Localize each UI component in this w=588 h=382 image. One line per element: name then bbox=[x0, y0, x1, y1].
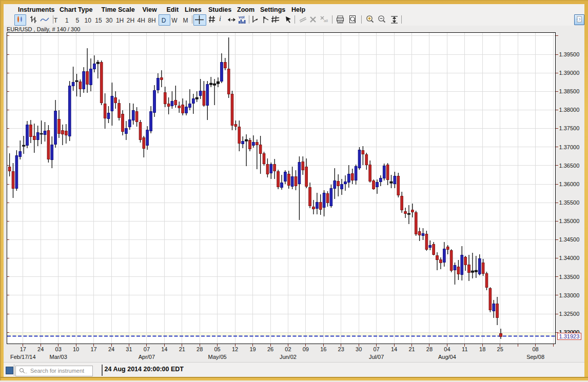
svg-text:14: 14 bbox=[161, 346, 167, 352]
svg-text:1.33500: 1.33500 bbox=[559, 274, 580, 280]
svg-text:24: 24 bbox=[108, 346, 114, 352]
svg-text:24: 24 bbox=[37, 346, 44, 352]
svg-text:1.39000: 1.39000 bbox=[559, 70, 580, 76]
svg-text:1.35500: 1.35500 bbox=[559, 199, 580, 206]
svg-text:19: 19 bbox=[249, 346, 256, 352]
svg-text:17: 17 bbox=[20, 346, 26, 352]
svg-text:17: 17 bbox=[90, 346, 96, 352]
svg-text:1.37000: 1.37000 bbox=[559, 144, 580, 150]
svg-text:Sep/08: Sep/08 bbox=[526, 354, 544, 360]
svg-text:1.38000: 1.38000 bbox=[559, 107, 580, 113]
svg-text:1.34500: 1.34500 bbox=[559, 236, 580, 243]
svg-text:1.39500: 1.39500 bbox=[559, 51, 580, 57]
svg-text:1.33000: 1.33000 bbox=[559, 292, 580, 298]
svg-text:09: 09 bbox=[303, 346, 309, 352]
svg-text:26: 26 bbox=[267, 346, 273, 352]
svg-text:1.35000: 1.35000 bbox=[559, 218, 580, 224]
svg-text:16: 16 bbox=[320, 346, 326, 352]
svg-text:10: 10 bbox=[73, 346, 79, 352]
svg-text:Feb/17/14: Feb/17/14 bbox=[10, 354, 36, 360]
svg-text:Aug/04: Aug/04 bbox=[438, 354, 456, 360]
svg-text:04: 04 bbox=[444, 346, 450, 352]
svg-text:14: 14 bbox=[391, 346, 397, 352]
svg-text:25: 25 bbox=[497, 346, 503, 352]
svg-text:23: 23 bbox=[338, 346, 344, 352]
svg-text:28: 28 bbox=[426, 346, 433, 352]
svg-text:1.34000: 1.34000 bbox=[559, 255, 580, 261]
svg-text:02: 02 bbox=[285, 346, 291, 352]
svg-text:08: 08 bbox=[532, 346, 538, 352]
svg-text:1.37500: 1.37500 bbox=[559, 125, 580, 131]
svg-text:31: 31 bbox=[126, 346, 132, 352]
svg-text:1.32500: 1.32500 bbox=[559, 311, 580, 317]
svg-text:18: 18 bbox=[479, 346, 485, 352]
svg-text:05: 05 bbox=[214, 346, 220, 352]
svg-text:May/05: May/05 bbox=[208, 354, 227, 360]
svg-text:07: 07 bbox=[144, 346, 150, 352]
svg-text:30: 30 bbox=[356, 346, 362, 352]
svg-text:Jul/07: Jul/07 bbox=[369, 354, 384, 360]
svg-text:03: 03 bbox=[55, 346, 62, 352]
svg-text:1.36500: 1.36500 bbox=[559, 163, 580, 169]
svg-text:21: 21 bbox=[179, 346, 185, 352]
svg-text:21: 21 bbox=[408, 346, 415, 352]
svg-text:1.36000: 1.36000 bbox=[559, 181, 580, 187]
svg-text:1.38500: 1.38500 bbox=[559, 88, 580, 94]
svg-text:1.31923: 1.31923 bbox=[559, 333, 580, 339]
svg-text:Mar/03: Mar/03 bbox=[50, 354, 67, 360]
svg-text:12: 12 bbox=[232, 346, 238, 352]
svg-text:Jun/02: Jun/02 bbox=[280, 354, 297, 360]
svg-text:11: 11 bbox=[462, 346, 467, 352]
svg-text:Apr/07: Apr/07 bbox=[139, 354, 155, 360]
svg-text:07: 07 bbox=[373, 346, 379, 352]
svg-text:28: 28 bbox=[197, 346, 203, 352]
